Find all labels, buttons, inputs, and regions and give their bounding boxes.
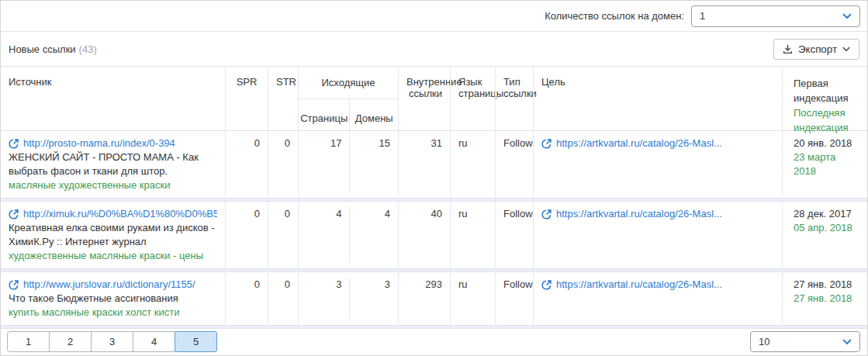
source-cell: http://www.jurslovar.ru/dictionary/1155/… <box>1 272 225 325</box>
target-url-link[interactable]: https://artkvartal.ru/catalog/26-Masl... <box>556 207 722 221</box>
target-cell: https://artkvartal.ru/catalog/26-Masl... <box>533 131 782 198</box>
last-index-date: 23 марта 2018 <box>794 150 859 178</box>
source-cell: http://prosto-mama.ru/index/0-394 ЖЕНСКИ… <box>1 131 225 198</box>
section-header: Новые ссылки(43) Экспорт <box>1 32 867 66</box>
language-value: ru <box>450 272 495 325</box>
spr-value: 0 <box>225 272 268 325</box>
outgoing-pages-value: 17 <box>299 137 349 150</box>
external-link-icon <box>541 209 552 219</box>
column-group-outgoing: Исходящие Страницы Домены <box>298 67 398 135</box>
column-header-target: Цель <box>533 67 782 135</box>
internal-links-value: 40 <box>398 202 450 268</box>
chevron-down-icon <box>842 13 852 19</box>
download-icon <box>783 44 793 54</box>
column-header-language: Язык страницы <box>450 67 495 135</box>
first-index-date: 28 дек. 2017 <box>794 207 859 221</box>
page-size-selected-value: 10 <box>759 336 769 347</box>
table-footer: 1 2 3 4 5 10 <box>1 331 867 352</box>
spr-value: 0 <box>225 131 268 198</box>
pagination: 1 2 3 4 5 <box>7 331 217 352</box>
section-title: Новые ссылки <box>9 43 76 55</box>
outgoing-domains-value: 4 <box>349 207 398 263</box>
outgoing-cell: 17 15 <box>298 131 398 198</box>
last-index-date: 27 янв. 2018 <box>794 292 859 306</box>
column-header-spr: SPR <box>225 67 268 135</box>
indexation-cell: 27 янв. 2018 27 янв. 2018 <box>782 272 867 325</box>
column-header-pages: Страницы <box>299 99 349 135</box>
backlinks-panel: Количество ссылок на домен: 1 Новые ссыл… <box>0 0 868 356</box>
target-cell: https://artkvartal.ru/catalog/26-Masl... <box>533 202 782 268</box>
external-link-icon <box>541 139 552 149</box>
last-index-date: 05 апр. 2018 <box>794 221 859 235</box>
section-count: (43) <box>79 43 97 55</box>
link-type-value: Follow <box>495 272 533 325</box>
row-separator <box>1 326 867 329</box>
target-cell: https://artkvartal.ru/catalog/26-Masl... <box>533 272 782 325</box>
source-url-link[interactable]: http://prosto-mama.ru/index/0-394 <box>23 137 175 150</box>
source-title: ЖЕНСКИЙ САЙТ - ПРОСТО МАМА - Как выбрать… <box>9 150 217 178</box>
external-link-icon <box>9 280 19 290</box>
source-url-link[interactable]: http://ximuk.ru/%D0%BA%D1%80%D0%B5%D0... <box>23 207 217 221</box>
first-index-date: 20 янв. 2018 <box>794 137 859 150</box>
str-value: 0 <box>268 131 298 198</box>
internal-links-value: 293 <box>398 272 450 325</box>
source-anchor-text[interactable]: купить масляные краски холст кисти <box>9 306 217 320</box>
source-anchor-text[interactable]: масляные художественные краски <box>9 178 217 192</box>
table-header: Источник SPR STR Исходящие Страницы Доме… <box>1 66 867 131</box>
external-link-icon <box>9 139 19 149</box>
language-value: ru <box>450 202 495 268</box>
source-anchor-text[interactable]: художественные масляные краски - цены <box>9 249 217 263</box>
link-type-value: Follow <box>495 131 533 198</box>
export-button-label: Экспорт <box>798 43 837 55</box>
outgoing-pages-value: 4 <box>299 207 349 221</box>
source-cell: http://ximuk.ru/%D0%BA%D1%80%D0%B5%D0...… <box>1 202 225 268</box>
page-button-3[interactable]: 3 <box>91 331 133 352</box>
indexation-cell: 20 янв. 2018 23 марта 2018 <box>782 131 867 198</box>
links-per-domain-select[interactable]: 1 <box>691 5 860 27</box>
external-link-icon <box>9 209 19 219</box>
page-button-1[interactable]: 1 <box>7 331 50 352</box>
chevron-down-icon <box>842 47 850 52</box>
table-row: http://prosto-mama.ru/index/0-394 ЖЕНСКИ… <box>1 131 867 199</box>
column-header-source: Источник <box>1 67 225 135</box>
target-url-link[interactable]: https://artkvartal.ru/catalog/26-Masl... <box>556 278 722 292</box>
column-header-internal-links: Внутренние ссылки <box>398 67 450 135</box>
column-header-outgoing: Исходящие <box>299 67 398 99</box>
outgoing-domains-value: 15 <box>349 137 398 192</box>
links-per-domain-selected-value: 1 <box>700 10 705 22</box>
column-header-indexation: Первая индексация Последняя индексация <box>782 67 867 135</box>
table-row: http://www.jurslovar.ru/dictionary/1155/… <box>1 272 867 326</box>
page-button-2[interactable]: 2 <box>49 331 92 352</box>
spr-value: 0 <box>225 202 268 268</box>
page-button-4[interactable]: 4 <box>133 331 175 352</box>
str-value: 0 <box>268 272 298 325</box>
column-header-first-index: Первая индексация <box>794 76 859 105</box>
str-value: 0 <box>268 202 298 268</box>
column-header-domains: Домены <box>349 99 398 135</box>
export-button[interactable]: Экспорт <box>773 39 859 60</box>
column-header-link-type: Тип ссылки <box>495 67 533 135</box>
table-row: http://ximuk.ru/%D0%BA%D1%80%D0%B5%D0...… <box>1 202 867 269</box>
column-header-str: STR <box>268 67 298 135</box>
links-per-domain-label: Количество ссылок на домен: <box>545 10 684 22</box>
outgoing-pages-value: 3 <box>299 278 349 292</box>
internal-links-value: 31 <box>398 131 450 198</box>
first-index-date: 27 янв. 2018 <box>794 278 859 292</box>
indexation-cell: 28 дек. 2017 05 апр. 2018 <box>782 202 867 268</box>
link-type-value: Follow <box>495 202 533 268</box>
source-title: Что такое Бюджетные ассигнования <box>9 292 217 306</box>
topbar: Количество ссылок на домен: 1 <box>1 1 867 32</box>
section-title-wrap: Новые ссылки(43) <box>9 43 97 55</box>
outgoing-domains-value: 3 <box>349 278 398 320</box>
page-size-select[interactable]: 10 <box>750 331 860 352</box>
source-url-link[interactable]: http://www.jurslovar.ru/dictionary/1155/ <box>23 278 195 292</box>
chevron-down-icon <box>842 339 852 345</box>
page-button-5[interactable]: 5 <box>175 331 217 352</box>
source-title: Креативная елка своими руками из дисков … <box>9 221 217 249</box>
language-value: ru <box>450 131 495 198</box>
external-link-icon <box>541 280 552 290</box>
outgoing-cell: 3 3 <box>298 272 398 325</box>
outgoing-cell: 4 4 <box>298 202 398 268</box>
target-url-link[interactable]: https://artkvartal.ru/catalog/26-Masl... <box>556 137 722 150</box>
